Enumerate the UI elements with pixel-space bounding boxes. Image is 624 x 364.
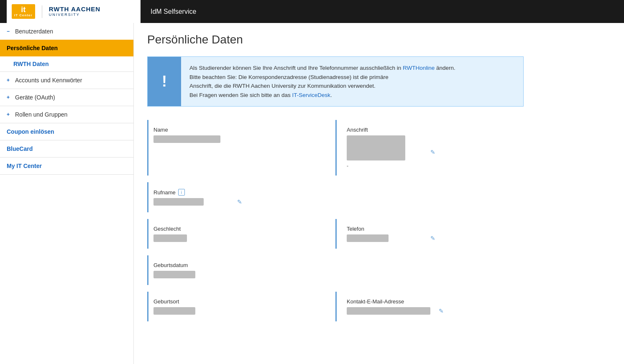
field-group-email: Kontakt-E-Mail-Adresse ✎	[335, 292, 524, 321]
field-group-rufname: Rufname i ✎	[147, 182, 335, 212]
expand-plus-icon-geraete: +	[7, 94, 13, 100]
telefon-row: ✎	[347, 234, 514, 242]
field-group-geburtsdatum: Geburtsdatum	[147, 255, 335, 285]
telefon-label: Telefon	[347, 226, 514, 232]
anschrift-value	[347, 135, 405, 160]
spacer-right-geburtsdatum	[335, 255, 524, 292]
sidebar-rwth-daten-label: RWTH Daten	[13, 61, 49, 67]
fields-grid: Name Anschrift - ✎ Rufname i	[147, 120, 524, 328]
anschrift-edit-icon[interactable]: ✎	[430, 149, 435, 155]
anschrift-label: Anschrift	[347, 127, 514, 133]
page-title: Persönliche Daten	[147, 33, 611, 46]
field-group-geschlecht: Geschlecht	[147, 219, 335, 249]
sidebar-item-coupon[interactable]: Coupon einlösen	[0, 123, 133, 140]
info-line1: Als Studierender können Sie Ihre Anschri…	[189, 65, 401, 71]
field-group-geburtsort: Geburtsort	[147, 292, 335, 321]
geburtsdatum-value	[153, 271, 195, 278]
geburtsdatum-label: Geburtsdatum	[153, 262, 325, 268]
telefon-value	[347, 234, 389, 242]
expand-plus-icon-rollen: +	[7, 112, 13, 117]
info-line3: Anschrift, die die RWTH Aachen Universit…	[189, 83, 376, 89]
field-group-anschrift: Anschrift - ✎	[335, 120, 524, 176]
logo-divider	[42, 5, 42, 18]
sidebar-geraete-label: Geräte (OAuth)	[15, 94, 55, 101]
sidebar-item-rwth-daten[interactable]: RWTH Daten	[0, 56, 133, 71]
sidebar-persoenliche-daten-label: Persönliche Daten	[7, 45, 58, 51]
email-value	[347, 307, 430, 315]
rufname-info-icon[interactable]: i	[178, 189, 185, 196]
sidebar-item-bluecard[interactable]: BlueCard	[0, 140, 133, 158]
rufname-value	[153, 198, 204, 206]
info-box-text: Als Studierender können Sie Ihre Anschri…	[181, 57, 464, 106]
spacer-right-rufname	[335, 182, 524, 219]
anschrift-dash: -	[347, 163, 348, 169]
sidebar-rollen-label: Rollen und Gruppen	[15, 111, 67, 118]
geburtsort-value	[153, 307, 195, 315]
info-line4-start: Bei Fragen wenden Sie sich bitte an das	[189, 92, 292, 98]
main-content: Persönliche Daten ! Als Studierender kön…	[134, 23, 624, 364]
rufname-label: Rufname i	[153, 189, 325, 196]
geschlecht-label: Geschlecht	[153, 226, 325, 232]
name-label: Name	[153, 127, 325, 133]
rwthonline-link[interactable]: RWTHonline	[403, 65, 435, 71]
servicedesk-link[interactable]: IT-ServiceDesk	[292, 92, 330, 98]
sidebar: − Benutzerdaten Persönliche Daten RWTH D…	[0, 23, 134, 364]
email-edit-icon[interactable]: ✎	[439, 308, 444, 314]
rufname-row: ✎	[153, 198, 325, 206]
geschlecht-value	[153, 234, 187, 242]
rwth-logo: RWTH AACHEN UNIVERSITY	[49, 6, 101, 17]
rufname-edit-icon[interactable]: ✎	[237, 199, 242, 205]
email-row: ✎	[347, 307, 514, 315]
info-box: ! Als Studierender können Sie Ihre Ansch…	[147, 56, 524, 107]
field-group-name: Name	[147, 120, 335, 176]
sidebar-item-benutzerdaten[interactable]: − Benutzerdaten	[0, 23, 133, 40]
sidebar-item-persoenliche-daten[interactable]: Persönliche Daten	[0, 40, 133, 56]
sidebar-benutzerdaten-label: Benutzerdaten	[15, 28, 53, 35]
telefon-edit-icon[interactable]: ✎	[430, 235, 435, 242]
field-group-telefon: Telefon ✎	[335, 219, 524, 249]
sidebar-item-my-it-center[interactable]: My IT Center	[0, 158, 133, 175]
it-center-logo: it IT Center	[12, 4, 35, 19]
name-value	[153, 135, 220, 143]
info-box-icon: !	[148, 57, 181, 106]
expand-minus-icon: −	[7, 28, 13, 34]
exclamation-icon: !	[162, 73, 167, 90]
sidebar-item-accounts[interactable]: + Accounts und Kennwörter	[0, 72, 133, 89]
expand-plus-icon-accounts: +	[7, 77, 13, 83]
sidebar-accounts-label: Accounts und Kennwörter	[15, 77, 82, 84]
geburtsort-label: Geburtsort	[153, 298, 325, 305]
sidebar-item-geraete[interactable]: + Geräte (OAuth)	[0, 89, 133, 106]
email-label: Kontakt-E-Mail-Adresse	[347, 298, 514, 305]
sidebar-item-rollen[interactable]: + Rollen und Gruppen	[0, 106, 133, 123]
app-title: IdM Selfservice	[141, 8, 196, 15]
anschrift-row: - ✎	[347, 135, 514, 169]
info-line2: Bitte beachten Sie: Die Korrespondenzadr…	[189, 74, 389, 80]
